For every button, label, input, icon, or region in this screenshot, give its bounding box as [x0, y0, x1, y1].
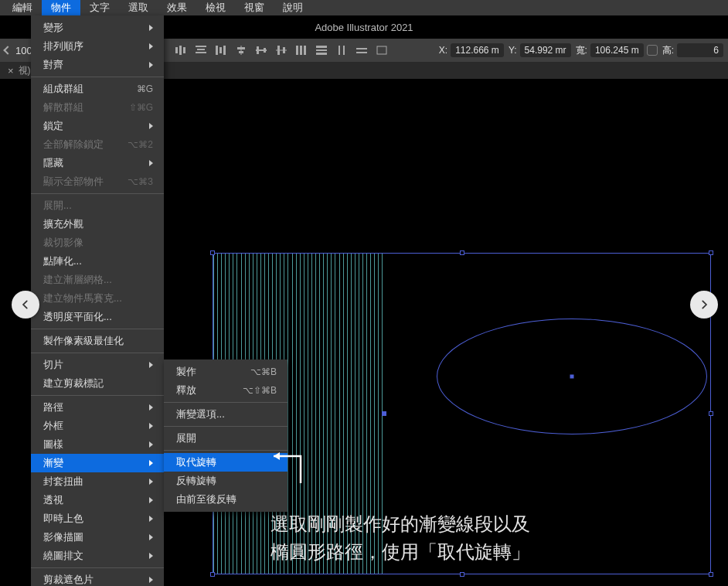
zoom-value[interactable]: 100 [15, 45, 32, 56]
menubar-item[interactable]: 視窗 [235, 0, 274, 16]
menu-item[interactable]: 建立剪裁標記 [31, 374, 164, 393]
menu-item-label: 透明度平面化... [43, 310, 112, 324]
menu-item-label: 切片 [43, 358, 63, 372]
menu-item[interactable]: 影像描圖 [31, 528, 164, 547]
menu-item: 展開... [31, 196, 164, 215]
transform-icon[interactable] [376, 45, 388, 56]
align-icon[interactable] [275, 45, 287, 56]
menubar-item[interactable]: 編輯 [3, 0, 42, 16]
menu-item[interactable]: 隱藏 [31, 154, 164, 172]
h-value[interactable]: 6 [677, 43, 723, 57]
menu-item[interactable]: 點陣化... [31, 252, 164, 271]
svg-rect-13 [257, 46, 259, 54]
menu-item[interactable]: 對齊 [31, 56, 164, 74]
selection-divider-handle[interactable] [382, 411, 386, 416]
menu-item[interactable]: 圖樣 [31, 435, 164, 454]
menu-item[interactable]: 切片 [31, 356, 164, 374]
menu-item[interactable]: 繞圖排文 [31, 547, 164, 565]
selection-handle[interactable] [709, 411, 713, 416]
submenu-arrow-icon [149, 516, 153, 522]
align-icon[interactable] [215, 45, 227, 56]
align-icon[interactable] [335, 45, 348, 56]
menu-item-label: 繞圖排文 [43, 549, 83, 563]
y-value[interactable]: 54.992 mr [520, 43, 571, 57]
svg-rect-19 [300, 46, 302, 55]
align-icon[interactable] [255, 45, 267, 56]
menu-separator [31, 77, 164, 77]
tab-label[interactable]: 視) [19, 64, 31, 77]
selection-handle[interactable] [460, 572, 464, 577]
menu-item[interactable]: 透視 [31, 491, 164, 509]
menubar-item[interactable]: 文字 [80, 0, 119, 16]
link-wh-icon[interactable] [647, 45, 658, 56]
menu-item[interactable]: 路徑 [31, 398, 164, 417]
carousel-prev-button[interactable] [12, 291, 39, 319]
menu-item: 建立漸層網格... [31, 271, 164, 289]
align-icon[interactable] [295, 45, 308, 56]
menu-item[interactable]: 外框 [31, 417, 164, 435]
blend-submenu: 製作⌥⌘B釋放⌥⇧⌘B漸變選項...展開取代旋轉反轉旋轉由前至後反轉 [164, 359, 287, 512]
carousel-next-button[interactable] [690, 291, 718, 319]
submenu-arrow-icon [149, 123, 153, 129]
menu-item[interactable]: 釋放⌥⇧⌘B [164, 381, 287, 400]
menu-item[interactable]: 漸變選項... [164, 405, 287, 424]
menu-item[interactable]: 即時上色 [31, 509, 164, 528]
menu-separator [31, 567, 164, 568]
menu-item-label: 組成群組 [43, 82, 83, 96]
menu-item[interactable]: 組成群組⌘G [31, 80, 164, 98]
menu-item-label: 外框 [43, 419, 63, 433]
menu-separator [31, 395, 164, 396]
h-label: 高: [662, 44, 674, 57]
x-value[interactable]: 112.666 m [451, 43, 504, 57]
menu-item-label: 製作像素級最佳化 [43, 334, 124, 348]
menu-item[interactable]: 擴充外觀 [31, 215, 164, 233]
selection-handle[interactable] [709, 250, 713, 255]
menu-shortcut: ⌥⌘B [250, 366, 277, 377]
menu-item[interactable]: 由前至後反轉 [164, 490, 287, 509]
menu-item[interactable]: 鎖定 [31, 117, 164, 135]
selection-handle[interactable] [460, 250, 464, 255]
align-icon[interactable] [355, 45, 368, 56]
align-icon[interactable] [195, 45, 207, 56]
w-value[interactable]: 106.245 m [590, 43, 644, 57]
tab-close-icon[interactable]: × [8, 65, 14, 77]
menu-item[interactable]: 透明度平面化... [31, 308, 164, 326]
y-coordinate: Y: 54.992 mr [509, 43, 571, 57]
menu-item-label: 建立漸層網格... [43, 273, 112, 287]
align-icon[interactable] [315, 45, 328, 56]
menu-item[interactable]: 製作⌥⌘B [164, 363, 287, 381]
svg-rect-5 [196, 52, 206, 53]
menu-item[interactable]: 展開 [164, 429, 287, 448]
width-field: 寬: 106.245 m [576, 43, 644, 57]
menubar-item[interactable]: 物件 [42, 0, 80, 16]
submenu-arrow-icon [149, 479, 153, 485]
selection-handle[interactable] [709, 572, 713, 577]
menu-item[interactable]: 封套扭曲 [31, 472, 164, 491]
menu-item[interactable]: 剪裁遮色片 [31, 571, 164, 586]
submenu-arrow-icon [149, 62, 153, 68]
menu-item[interactable]: 變形 [31, 19, 164, 37]
menu-item-label: 漸變 [43, 456, 63, 470]
menubar-item[interactable]: 選取 [119, 0, 158, 16]
menu-item[interactable]: 製作像素級最佳化 [31, 332, 164, 350]
menubar-item[interactable]: 效果 [158, 0, 196, 16]
menu-item-label: 影像描圖 [43, 530, 83, 544]
menu-item-label: 點陣化... [43, 254, 82, 268]
svg-rect-10 [237, 47, 245, 49]
menubar-item[interactable]: 檢視 [196, 0, 235, 16]
svg-rect-14 [264, 48, 266, 53]
align-icon[interactable] [175, 45, 187, 56]
svg-rect-24 [338, 46, 340, 55]
menu-item[interactable]: 漸變 [31, 454, 164, 472]
back-arrow-icon[interactable] [3, 46, 12, 54]
submenu-arrow-icon [149, 423, 153, 429]
menubar-item[interactable]: 說明 [274, 0, 312, 16]
selection-handle[interactable] [210, 250, 215, 255]
menu-item: 建立物件馬賽克... [31, 289, 164, 308]
align-icon[interactable] [235, 45, 247, 56]
submenu-arrow-icon [149, 43, 153, 49]
menu-item-label: 排列順序 [43, 39, 83, 53]
submenu-arrow-icon [149, 404, 153, 411]
selection-handle[interactable] [210, 572, 215, 577]
menu-item[interactable]: 排列順序 [31, 37, 164, 56]
